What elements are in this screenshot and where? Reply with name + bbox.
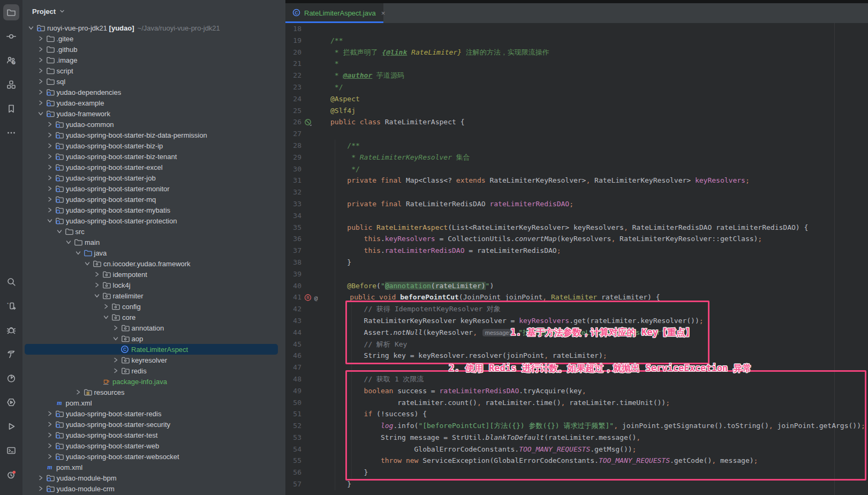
tree-item-ratelimiter[interactable]: ratelimiter xyxy=(22,290,285,301)
floating-panel-icon[interactable]: * xyxy=(3,298,19,314)
tree-item--image[interactable]: .image xyxy=(22,55,285,65)
code-line-57[interactable]: 57 } xyxy=(285,478,868,490)
code-line-52[interactable]: 52 log.info("[beforePointCut][方法({}) 参数(… xyxy=(285,420,868,432)
code-line-33[interactable]: 33 private final RateLimiterRedisDAO rat… xyxy=(285,198,868,210)
code-line-28[interactable]: 28 /** xyxy=(285,140,868,152)
chevron-collapsed-icon[interactable] xyxy=(92,281,102,289)
tree-item-yudao-spring-boot-starter-job[interactable]: yudao-spring-boot-starter-job xyxy=(22,172,285,183)
chevron-collapsed-icon[interactable] xyxy=(45,431,55,439)
chevron-expanded-icon[interactable] xyxy=(26,24,36,32)
chevron-expanded-icon[interactable] xyxy=(64,238,73,246)
chevron-collapsed-icon[interactable] xyxy=(36,45,46,54)
tree-item-yudao-spring-boot-starter-biz-ip[interactable]: yudao-spring-boot-starter-biz-ip xyxy=(22,140,285,151)
code-line-47[interactable]: 47 xyxy=(285,362,868,373)
code-line-24[interactable]: 24@Aspect xyxy=(285,93,868,105)
code-line-35[interactable]: 35 public RateLimiterAspect(List<RateLim… xyxy=(285,222,868,234)
close-icon[interactable]: × xyxy=(381,9,386,17)
code-line-19[interactable]: 19/** xyxy=(285,35,868,47)
tree-item-yudao-spring-boot-starter-redis[interactable]: yudao-spring-boot-starter-redis xyxy=(22,408,285,419)
code-line-25[interactable]: 25@Slf4j xyxy=(285,105,868,117)
code-line-55[interactable]: 55 throw new ServiceException(GlobalErro… xyxy=(285,455,868,467)
chevron-collapsed-icon[interactable] xyxy=(45,152,55,161)
chevron-collapsed-icon[interactable] xyxy=(36,66,46,75)
chevron-collapsed-icon[interactable] xyxy=(36,99,46,107)
code-line-51[interactable]: 51 if (!success) { xyxy=(285,408,868,420)
chevron-expanded-icon[interactable] xyxy=(92,291,102,300)
tree-item-yudao-spring-boot-starter-security[interactable]: yudao-spring-boot-starter-security xyxy=(22,419,285,430)
project-panel-header[interactable]: Project xyxy=(22,0,285,22)
code-line-39[interactable]: 39 xyxy=(285,268,868,280)
tree-item-resources[interactable]: resources xyxy=(22,387,285,398)
tree-item-yudao-dependencies[interactable]: yudao-dependencies xyxy=(22,87,285,98)
structure-icon[interactable] xyxy=(3,77,19,93)
tree-item-lock4j[interactable]: lock4j xyxy=(22,280,285,290)
code-line-29[interactable]: 29 * RateLimiterKeyResolver 集合 xyxy=(285,152,868,163)
tree-item-ratelimiteraspect[interactable]: CRateLimiterAspect xyxy=(22,344,285,355)
code-line-36[interactable]: 36 this.keyResolvers = CollectionUtils.c… xyxy=(285,233,868,245)
tree-item-java[interactable]: java xyxy=(22,248,285,258)
chevron-collapsed-icon[interactable] xyxy=(45,195,55,204)
code-line-20[interactable]: 20 * 拦截声明了 {@link RateLimiter} 注解的方法，实现限… xyxy=(285,47,868,58)
more-tool-windows-icon[interactable] xyxy=(3,125,19,141)
chevron-collapsed-icon[interactable] xyxy=(45,131,55,139)
chevron-collapsed-icon[interactable] xyxy=(45,141,55,150)
tree-item-config[interactable]: config xyxy=(22,301,285,312)
code-line-40[interactable]: 40 @Before("@annotation(rateLimiter)") xyxy=(285,280,868,292)
code-line-22[interactable]: 22 * @author 芋道源码 xyxy=(285,70,868,81)
notifications-icon[interactable] xyxy=(3,467,19,483)
tree-item-yudao-spring-boot-starter-monitor[interactable]: yudao-spring-boot-starter-monitor xyxy=(22,183,285,194)
chevron-collapsed-icon[interactable] xyxy=(36,56,46,64)
chevron-expanded-icon[interactable] xyxy=(45,216,55,225)
chevron-collapsed-icon[interactable] xyxy=(45,120,55,129)
run-icon[interactable] xyxy=(3,418,19,434)
tree-item-aop[interactable]: aop xyxy=(22,333,285,344)
code-line-48[interactable]: 48 // 获取 1 次限流 xyxy=(285,373,868,385)
code-line-26[interactable]: 26public class RateLimiterAspect { xyxy=(285,116,868,128)
tree-item-yudao-spring-boot-starter-web[interactable]: yudao-spring-boot-starter-web xyxy=(22,440,285,451)
tree-item-yudao-spring-boot-starter-biz-data-permission[interactable]: yudao-spring-boot-starter-biz-data-permi… xyxy=(22,130,285,140)
tree-item-yudao-framework[interactable]: yudao-framework xyxy=(22,108,285,119)
chevron-collapsed-icon[interactable] xyxy=(36,484,46,493)
chevron-expanded-icon[interactable] xyxy=(36,109,46,118)
tree-item-yudao-spring-boot-starter-excel[interactable]: yudao-spring-boot-starter-excel xyxy=(22,162,285,172)
tree-item-yudao-spring-boot-starter-websocket[interactable]: yudao-spring-boot-starter-websocket xyxy=(22,451,285,462)
code-line-56[interactable]: 56 } xyxy=(285,467,868,478)
tree-item-keyresolver[interactable]: keyresolver xyxy=(22,355,285,365)
tree-item-redis[interactable]: redis xyxy=(22,365,285,376)
code-line-45[interactable]: 45 // 解析 Key xyxy=(285,339,868,350)
chevron-expanded-icon[interactable] xyxy=(73,249,83,257)
code-line-31[interactable]: 31 private final Map<Class<? extends Rat… xyxy=(285,175,868,186)
tree-item-yudao-spring-boot-starter-mybatis[interactable]: yudao-spring-boot-starter-mybatis xyxy=(22,205,285,215)
code-line-44[interactable]: 44 Assert.notNull(keyResolver, message: … xyxy=(285,327,868,339)
editor-area[interactable]: C RateLimiterAspect.java × 1819/**20 * 拦… xyxy=(285,0,868,495)
tree-item--gitee[interactable]: .gitee xyxy=(22,33,285,44)
code-line-53[interactable]: 53 String message = StrUtil.blankToDefau… xyxy=(285,432,868,444)
tree-item-main[interactable]: main xyxy=(22,237,285,248)
chevron-expanded-icon[interactable] xyxy=(55,227,64,236)
chevron-collapsed-icon[interactable] xyxy=(45,441,55,450)
chevron-collapsed-icon[interactable] xyxy=(45,163,55,171)
chevron-collapsed-icon[interactable] xyxy=(45,420,55,429)
pull-requests-icon[interactable]: ? xyxy=(3,52,19,69)
code-line-38[interactable]: 38 } xyxy=(285,257,868,268)
chevron-expanded-icon[interactable] xyxy=(82,259,92,268)
chevron-expanded-icon[interactable] xyxy=(101,313,111,321)
tree-item-sql[interactable]: sql xyxy=(22,76,285,87)
code-line-46[interactable]: 46 String key = keyResolver.resolver(joi… xyxy=(285,350,868,362)
chevron-collapsed-icon[interactable] xyxy=(45,184,55,193)
code-line-23[interactable]: 23 */ xyxy=(285,81,868,93)
tree-item-pom-xml[interactable]: mpom.xml xyxy=(22,398,285,408)
tab-ratelimiteraspect[interactable]: C RateLimiterAspect.java × xyxy=(285,3,383,23)
chevron-collapsed-icon[interactable] xyxy=(36,474,46,482)
tree-item--github[interactable]: .github xyxy=(22,44,285,55)
code-line-30[interactable]: 30 */ xyxy=(285,163,868,175)
code-line-27[interactable]: 27 xyxy=(285,128,868,140)
chevron-collapsed-icon[interactable] xyxy=(45,174,55,182)
profiler-icon[interactable] xyxy=(3,370,19,386)
chevron-collapsed-icon[interactable] xyxy=(111,366,120,375)
tree-item-script[interactable]: script xyxy=(22,65,285,76)
bean-gutter-icon[interactable] xyxy=(301,116,318,128)
tree-item-ruoyi-vue-pro-jdk21[interactable]: ruoyi-vue-pro-jdk21 [yudao]~/Java/ruoyi-… xyxy=(22,22,285,33)
aop-advice-gutter-icon[interactable]: m@ xyxy=(301,291,320,303)
project-folder-icon[interactable] xyxy=(3,4,19,20)
